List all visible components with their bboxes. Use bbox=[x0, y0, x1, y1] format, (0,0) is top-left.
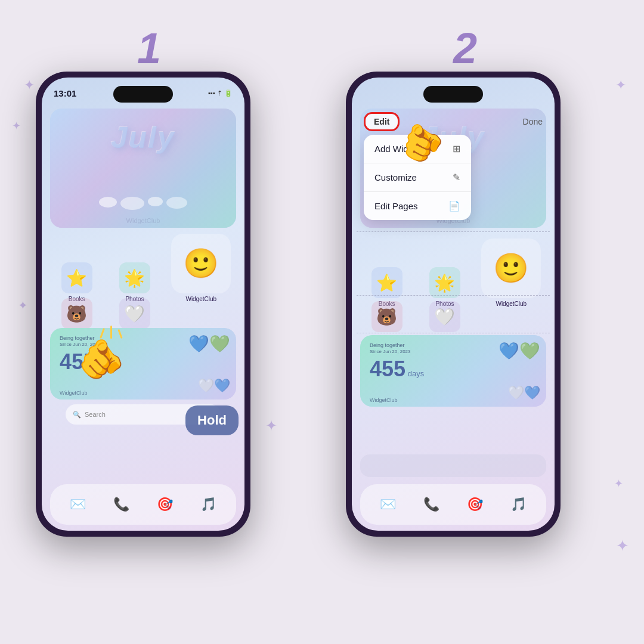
dock-mail-1[interactable]: ✉️ bbox=[65, 491, 91, 518]
smiley-widget-2: 🙂 WidgetClub bbox=[481, 239, 541, 307]
star-deco-7: ✦ bbox=[616, 537, 629, 555]
dock-2: ✉️ 📞 🎯 🎵 bbox=[360, 484, 546, 525]
edit-bar: Edit Done bbox=[352, 109, 555, 135]
step-1-label: 1 bbox=[137, 24, 161, 73]
dock-phone-1[interactable]: 📞 bbox=[109, 491, 135, 518]
customize-label: Customize bbox=[374, 172, 417, 182]
add-widget-icon: ⊞ bbox=[453, 143, 460, 154]
edit-bottom-bar bbox=[360, 454, 546, 477]
edit-dash-mid bbox=[357, 295, 550, 296]
anniv-days-label-2: days bbox=[405, 369, 424, 378]
edit-pages-label: Edit Pages bbox=[374, 201, 418, 211]
hand-cursor-1: 🫵 bbox=[78, 340, 125, 378]
star-deco-3: ✦ bbox=[18, 298, 28, 312]
anniv-footer-1: WidgetClub bbox=[60, 390, 88, 396]
status-icons-1: ▪▪▪ ⇡ 🔋 bbox=[208, 89, 233, 97]
edit-dash-bot bbox=[357, 333, 550, 333]
edit-dash-top bbox=[357, 231, 550, 232]
done-button[interactable]: Done bbox=[523, 117, 543, 126]
dock-safari-2[interactable]: 🎯 bbox=[462, 491, 488, 518]
top-banner-1: July WidgetClub bbox=[50, 109, 236, 228]
anniv-date-2: Since Jun 20, 2023 bbox=[370, 349, 537, 354]
july-banner-text: July bbox=[111, 120, 175, 155]
customize-icon: ✎ bbox=[453, 172, 460, 183]
search-placeholder-1: Search bbox=[85, 411, 106, 418]
smiley-face-2: 🙂 bbox=[481, 239, 541, 298]
dock-music-2[interactable]: 🎵 bbox=[506, 491, 532, 518]
star-deco-2: ✦ bbox=[12, 119, 21, 132]
star-deco-6: ✦ bbox=[614, 477, 623, 490]
customize-menu-item[interactable]: Customize ✎ bbox=[364, 163, 471, 192]
dock-1: ✉️ 📞 🎯 🎵 bbox=[50, 484, 236, 525]
status-time-1: 13:01 bbox=[54, 88, 76, 98]
phone-2: Edit Done Add Widget ⊞ Customize ✎ Edit … bbox=[346, 72, 561, 537]
edit-pages-icon: 📄 bbox=[448, 200, 460, 212]
pages-icon-1: 🐻 bbox=[61, 298, 92, 329]
smiley-widget-1: 🙂 WidgetClub bbox=[171, 234, 231, 302]
anniversary-widget-2: 💙💚 🤍💙 Being together Since Jun 20, 2023 … bbox=[360, 335, 546, 407]
weather-icon-2: 🤍 bbox=[429, 301, 460, 332]
books-app-1[interactable]: ⭐ Books bbox=[55, 262, 98, 302]
anniv-days-2: 455 days bbox=[370, 357, 537, 382]
phone-1-screen: 13:01 ▪▪▪ ⇡ 🔋 July WidgetClub ⭐ Books bbox=[42, 78, 244, 531]
sparkle-2 bbox=[110, 326, 112, 339]
weather-icon-1: 🤍 bbox=[119, 298, 150, 329]
step-2-label: 2 bbox=[453, 24, 477, 73]
dynamic-island-2 bbox=[423, 86, 483, 103]
star-deco-5: ✦ bbox=[615, 78, 626, 93]
hold-gesture: 🫵 bbox=[78, 340, 125, 378]
pages-icon-2: 🐻 bbox=[371, 301, 402, 332]
photos-icon-1: 🌟 bbox=[119, 262, 150, 293]
photos-icon-2: 🌟 bbox=[429, 267, 460, 298]
hold-badge: Hold bbox=[185, 405, 239, 435]
edit-pages-menu-item[interactable]: Edit Pages 📄 bbox=[364, 192, 471, 220]
phone-1: 13:01 ▪▪▪ ⇡ 🔋 July WidgetClub ⭐ Books bbox=[36, 72, 250, 537]
star-deco-1: ✦ bbox=[24, 78, 35, 93]
dock-music-1[interactable]: 🎵 bbox=[196, 491, 222, 518]
dock-safari-1[interactable]: 🎯 bbox=[152, 491, 178, 518]
app-row-1-p2: ⭐ Books 🌟 Photos 🙂 WidgetClub bbox=[358, 239, 549, 307]
photos-app-1[interactable]: 🌟 Photos bbox=[113, 262, 156, 302]
dock-phone-2[interactable]: 📞 bbox=[419, 491, 445, 518]
smiley-face-1: 🙂 bbox=[171, 234, 231, 293]
books-icon-1: ⭐ bbox=[61, 262, 92, 293]
search-icon-1: 🔍 bbox=[73, 411, 81, 419]
dynamic-island-1 bbox=[113, 86, 173, 103]
books-icon-2: ⭐ bbox=[371, 267, 402, 298]
phone-2-screen: Edit Done Add Widget ⊞ Customize ✎ Edit … bbox=[352, 78, 555, 531]
star-deco-4: ✦ bbox=[265, 417, 277, 434]
app-row-1: ⭐ Books 🌟 Photos 🙂 WidgetClub bbox=[48, 234, 239, 302]
dock-mail-2[interactable]: ✉️ bbox=[375, 491, 401, 518]
anniv-subtitle-2: Being together bbox=[370, 342, 537, 348]
anniv-footer-2: WidgetClub bbox=[370, 397, 398, 403]
